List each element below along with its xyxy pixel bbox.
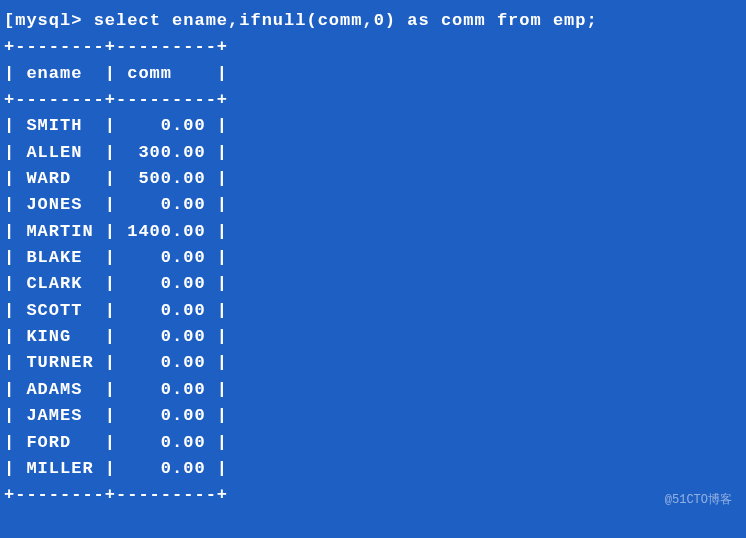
table-border-bottom: +--------+---------+ [4, 482, 742, 508]
table-row: | SMITH | 0.00 | [4, 113, 742, 139]
sql-query: select ename,ifnull(comm,0) as comm from… [94, 11, 598, 30]
table-row: | TURNER | 0.00 | [4, 350, 742, 376]
table-row: | MARTIN | 1400.00 | [4, 219, 742, 245]
table-row: | ADAMS | 0.00 | [4, 377, 742, 403]
prompt-line[interactable]: [mysql> select ename,ifnull(comm,0) as c… [4, 8, 742, 34]
table-border-top: +--------+---------+ [4, 34, 742, 60]
table-body: | SMITH | 0.00 || ALLEN | 300.00 || WARD… [4, 113, 742, 482]
table-row: | JONES | 0.00 | [4, 192, 742, 218]
table-row: | KING | 0.00 | [4, 324, 742, 350]
watermark: @51CTO博客 [665, 491, 732, 508]
table-header-row: | ename | comm | [4, 61, 742, 87]
table-row: | WARD | 500.00 | [4, 166, 742, 192]
table-row: | BLAKE | 0.00 | [4, 245, 742, 271]
table-row: | ALLEN | 300.00 | [4, 140, 742, 166]
table-row: | JAMES | 0.00 | [4, 403, 742, 429]
prompt-label: mysql> [15, 11, 93, 30]
prompt-bracket: [ [4, 11, 15, 30]
table-row: | MILLER | 0.00 | [4, 456, 742, 482]
table-border-mid: +--------+---------+ [4, 87, 742, 113]
table-row: | SCOTT | 0.00 | [4, 298, 742, 324]
table-row: | FORD | 0.00 | [4, 430, 742, 456]
table-row: | CLARK | 0.00 | [4, 271, 742, 297]
